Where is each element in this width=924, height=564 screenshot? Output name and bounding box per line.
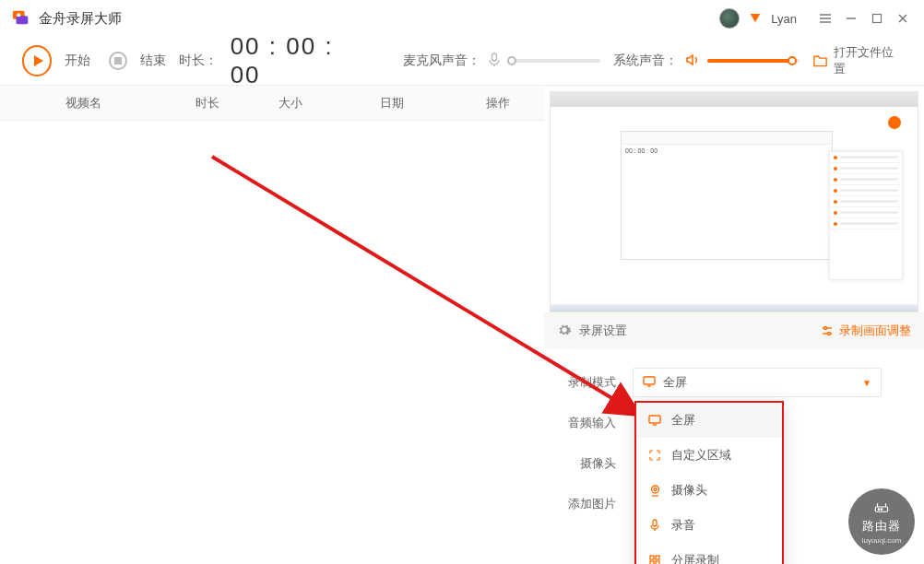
addimg-label: 添加图片: [561, 496, 616, 512]
open-folder-label: 打开文件位置: [834, 44, 902, 77]
maximize-button[interactable]: [867, 8, 887, 29]
app-title: 金舟录屏大师: [39, 10, 122, 28]
svg-point-29: [878, 508, 880, 510]
svg-rect-10: [492, 53, 497, 61]
router-icon: [873, 499, 890, 516]
camera-label: 摄像头: [561, 455, 616, 472]
webcam-icon: [647, 485, 662, 497]
mic-icon: [647, 519, 662, 532]
mic-slider[interactable]: [508, 59, 600, 63]
system-slider[interactable]: [707, 59, 800, 63]
svg-point-30: [881, 508, 883, 510]
sys-label: 系统声音：: [613, 53, 678, 69]
start-label: 开始: [65, 53, 90, 69]
col-name: 视频名: [0, 95, 166, 112]
brand-icon: [11, 7, 31, 30]
watermark-text: 路由器: [862, 518, 901, 535]
monitor-icon: [647, 415, 662, 426]
preview-area: 00 : 00 : 00: [550, 91, 918, 312]
svg-rect-22: [653, 520, 657, 526]
vip-icon: [749, 11, 762, 27]
dd-label: 摄像头: [671, 482, 707, 499]
user-name[interactable]: Lyan: [771, 12, 797, 26]
dd-item-audio[interactable]: 录音: [636, 508, 782, 543]
mic-volume-section: 麦克风声音：: [403, 53, 600, 70]
system-volume-section: 系统声音：: [613, 53, 800, 69]
speaker-icon: [685, 53, 700, 69]
svg-rect-7: [873, 15, 882, 23]
open-folder-button[interactable]: 打开文件位置: [812, 44, 902, 77]
adjust-button[interactable]: 录制画面调整: [821, 323, 911, 339]
split-icon: [647, 555, 662, 564]
mode-row: 录制模式 全屏 ▼: [561, 362, 907, 403]
svg-rect-17: [649, 416, 660, 423]
dd-label: 录音: [671, 517, 695, 534]
record-stop-button[interactable]: [109, 52, 126, 70]
stop-label: 结束: [140, 53, 166, 69]
dd-item-camera[interactable]: 摄像头: [636, 473, 782, 508]
crop-icon: [647, 450, 662, 461]
svg-rect-24: [656, 556, 659, 559]
toolbar: 开始 结束 时长： 00 : 00 : 00 麦克风声音： 系统声音： 打开文件…: [0, 37, 924, 85]
watermark-sub: luyouqi.com: [862, 536, 902, 545]
titlebar-left: 金舟录屏大师: [11, 7, 122, 30]
dd-item-fullscreen[interactable]: 全屏: [636, 403, 782, 438]
audio-label: 音频输入: [561, 415, 616, 431]
svg-rect-23: [650, 556, 654, 559]
svg-point-19: [651, 486, 658, 493]
dd-label: 全屏: [671, 412, 695, 429]
mode-dropdown: 全屏 自定义区域 摄像头 录音 分屏录制: [634, 401, 784, 564]
menu-button[interactable]: [815, 8, 835, 29]
svg-point-12: [824, 327, 827, 330]
titlebar: 金舟录屏大师 Lyan: [0, 0, 924, 37]
settings-bar: 录屏设置 录制画面调整: [544, 312, 924, 349]
dd-item-split[interactable]: 分屏录制: [636, 543, 782, 564]
mode-label: 录制模式: [561, 374, 616, 391]
mode-select[interactable]: 全屏 ▼: [633, 368, 882, 397]
minimize-button[interactable]: [841, 8, 861, 29]
duration-label: 时长：: [179, 53, 218, 69]
content-area: 视频名 时长 大小 日期 操作 00 : 00 : 00: [0, 86, 924, 564]
recordings-panel: 视频名 时长 大小 日期 操作: [0, 86, 544, 564]
table-body: [0, 121, 544, 564]
adjust-label: 录制画面调整: [839, 323, 911, 339]
timer-display: 00 : 00 : 00: [231, 32, 365, 89]
watermark-badge: 路由器 luyouqi.com: [848, 488, 915, 555]
gear-icon: [557, 323, 572, 340]
titlebar-right: Lyan: [719, 8, 913, 29]
monitor-icon: [643, 376, 656, 390]
settings-title: 录屏设置: [579, 323, 627, 339]
svg-rect-1: [17, 16, 29, 24]
col-ops: 操作: [452, 95, 544, 112]
dd-label: 分屏录制: [671, 552, 719, 564]
col-duration: 时长: [166, 95, 249, 112]
avatar[interactable]: [719, 8, 740, 29]
svg-point-20: [654, 488, 657, 490]
dd-label: 自定义区域: [671, 447, 731, 464]
svg-rect-15: [644, 377, 655, 384]
col-date: 日期: [332, 95, 452, 112]
table-header: 视频名 时长 大小 日期 操作: [0, 86, 544, 121]
dd-item-region[interactable]: 自定义区域: [636, 438, 782, 473]
mic-label: 麦克风声音：: [403, 53, 480, 69]
close-button[interactable]: [893, 8, 913, 29]
window-buttons: [815, 8, 913, 29]
mode-value: 全屏: [663, 374, 687, 391]
svg-point-14: [828, 333, 831, 335]
chevron-down-icon: ▼: [862, 378, 871, 388]
mic-icon: [488, 53, 501, 70]
col-size: 大小: [249, 95, 332, 112]
svg-point-2: [17, 13, 20, 17]
record-start-button[interactable]: [22, 45, 52, 76]
